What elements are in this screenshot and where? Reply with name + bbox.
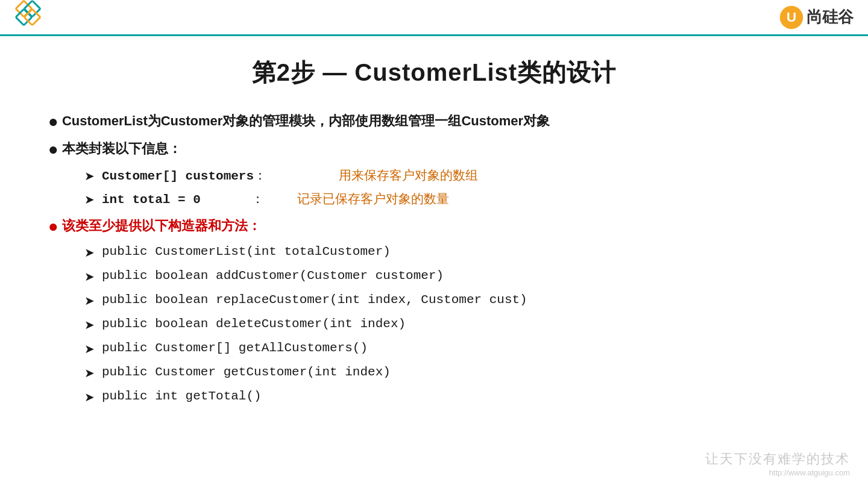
arrow-3-4: ➤ bbox=[84, 316, 95, 334]
method-item-7: ➤ public int getTotal() bbox=[84, 387, 820, 406]
method-text-6: public Customer getCustomer(int index) bbox=[102, 363, 391, 382]
svg-text:U: U bbox=[787, 9, 796, 25]
arrow-2-2: ➤ bbox=[84, 190, 95, 208]
arrow-3-6: ➤ bbox=[84, 364, 95, 382]
arrow-3-1: ➤ bbox=[84, 243, 95, 261]
method-text-5: public Customer[] getAllCustomers() bbox=[102, 339, 368, 358]
bullet-dot-3: ● bbox=[48, 216, 58, 237]
bullet-text-2: 本类封装以下信息： bbox=[62, 139, 181, 158]
bullet-dot-1: ● bbox=[48, 111, 58, 133]
method-item-3: ➤ public boolean replaceCustomer(int ind… bbox=[84, 290, 820, 310]
top-bar: U 尚硅谷 bbox=[0, 0, 868, 36]
sub-item-2-1: ➤ Customer[] customers：用来保存客户对象的数组 bbox=[84, 166, 820, 186]
sub-item-2-1-text: Customer[] customers：用来保存客户对象的数组 bbox=[102, 166, 478, 186]
bullet-section-1: ● CustomerList为Customer对象的管理模块，内部使用数组管理一… bbox=[48, 111, 820, 133]
arrow-3-5: ➤ bbox=[84, 340, 95, 358]
arrow-3-3: ➤ bbox=[84, 292, 95, 310]
method-text-7: public int getTotal() bbox=[102, 387, 262, 406]
sub-list-3: ➤ public CustomerList(int totalCustomer)… bbox=[84, 242, 820, 406]
method-text-3: public boolean replaceCustomer(int index… bbox=[102, 290, 527, 310]
bullet-text-3: 该类至少提供以下构造器和方法： bbox=[62, 216, 261, 236]
slide-title: 第2步 — CustomerList类的设计 bbox=[48, 56, 820, 89]
method-item-2: ➤ public boolean addCustomer(Customer cu… bbox=[84, 266, 820, 286]
logo-left bbox=[14, 0, 48, 36]
bullet-section-2: ● 本类封装以下信息： ➤ Customer[] customers：用来保存客… bbox=[48, 139, 820, 209]
bullet-dot-2: ● bbox=[48, 139, 58, 160]
logo-right: U 尚硅谷 bbox=[779, 5, 854, 30]
arrow-2-1: ➤ bbox=[84, 167, 95, 185]
method-text-4: public boolean deleteCustomer(int index) bbox=[102, 314, 406, 334]
watermark-main: 让天下没有难学的技术 bbox=[705, 450, 850, 468]
arrow-3-2: ➤ bbox=[84, 267, 95, 286]
watermark-url: http://www.atguigu.com bbox=[705, 468, 850, 477]
method-item-5: ➤ public Customer[] getAllCustomers() bbox=[84, 339, 820, 358]
bullet-main-2: ● 本类封装以下信息： bbox=[48, 139, 820, 160]
method-text-1: public CustomerList(int totalCustomer) bbox=[102, 242, 391, 261]
method-item-6: ➤ public Customer getCustomer(int index) bbox=[84, 363, 820, 382]
sub-item-2-2-text: int total = 0 ：记录已保存客户对象的数量 bbox=[102, 189, 449, 210]
arrow-3-7: ➤ bbox=[84, 388, 95, 406]
watermark: 让天下没有难学的技术 http://www.atguigu.com bbox=[705, 450, 850, 477]
bullet-main-3: ● 该类至少提供以下构造器和方法： bbox=[48, 216, 820, 237]
bullet-section-3: ● 该类至少提供以下构造器和方法： ➤ public CustomerList(… bbox=[48, 216, 820, 406]
sub-item-2-2: ➤ int total = 0 ：记录已保存客户对象的数量 bbox=[84, 189, 820, 210]
sub-list-2: ➤ Customer[] customers：用来保存客户对象的数组 ➤ int… bbox=[84, 166, 820, 210]
method-item-4: ➤ public boolean deleteCustomer(int inde… bbox=[84, 314, 820, 334]
bullet-main-1: ● CustomerList为Customer对象的管理模块，内部使用数组管理一… bbox=[48, 111, 820, 133]
bullet-text-1: CustomerList为Customer对象的管理模块，内部使用数组管理一组C… bbox=[62, 111, 550, 131]
slide-content: 第2步 — CustomerList类的设计 ● CustomerList为Cu… bbox=[0, 38, 868, 488]
method-item-1: ➤ public CustomerList(int totalCustomer) bbox=[84, 242, 820, 261]
brand-name: 尚硅谷 bbox=[807, 7, 854, 28]
method-text-2: public boolean addCustomer(Customer cust… bbox=[102, 266, 444, 286]
